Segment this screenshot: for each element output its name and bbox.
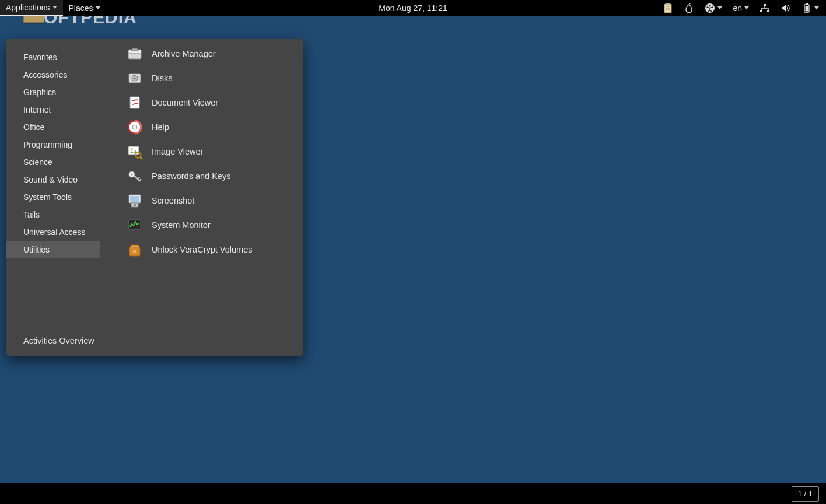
svg-rect-7 (764, 4, 766, 6)
desktop[interactable]: SOFTPEDIA FavoritesAccessoriesGraphicsIn… (0, 16, 826, 483)
chevron-down-icon (52, 6, 57, 9)
category-item-science[interactable]: Science (6, 153, 100, 171)
clipboard-tray-item[interactable] (663, 3, 673, 13)
app-item-label: Screenshot (152, 196, 194, 205)
screenshot-icon (126, 192, 144, 209)
svg-rect-9 (767, 10, 769, 12)
svg-rect-18 (130, 97, 139, 108)
volume-icon (780, 3, 791, 13)
category-item-utilities[interactable]: Utilities (6, 241, 100, 258)
svg-line-24 (140, 157, 142, 159)
archive-icon (126, 45, 144, 62)
svg-point-20 (132, 125, 137, 130)
svg-rect-32 (133, 250, 136, 253)
chevron-down-icon (744, 6, 749, 9)
battery-icon (802, 3, 812, 13)
applications-dropdown-body: FavoritesAccessoriesGraphicsInternetOffi… (6, 39, 303, 329)
app-item-label: Unlock VeraCrypt Volumes (152, 245, 252, 254)
activities-overview-item[interactable]: Activities Overview (23, 336, 303, 345)
accessibility-tray-item[interactable] (705, 3, 722, 13)
category-item-favorites[interactable]: Favorites (6, 48, 100, 66)
app-item-passwords-and-keys[interactable]: Passwords and Keys (100, 164, 303, 188)
category-item-graphics[interactable]: Graphics (6, 83, 100, 101)
svg-rect-28 (130, 196, 139, 202)
places-menu-label: Places (69, 4, 93, 13)
app-item-image-viewer[interactable]: Image Viewer (100, 139, 303, 164)
sysmon-icon (126, 216, 144, 234)
bottom-panel: 1 / 1 (0, 483, 826, 504)
accessibility-icon (705, 3, 715, 13)
network-icon (760, 3, 770, 13)
app-item-label: Document Viewer (152, 98, 218, 107)
category-item-programming[interactable]: Programming (6, 136, 100, 153)
docview-icon (126, 94, 144, 111)
applications-menu-button[interactable]: Applications (0, 0, 63, 16)
chevron-down-icon (814, 6, 819, 9)
workspace-indicator[interactable]: 1 / 1 (792, 486, 819, 502)
disks-icon (126, 69, 144, 87)
applications-dropdown-footer: Activities Overview (6, 329, 303, 350)
app-item-unlock-veracrypt-volumes[interactable]: Unlock VeraCrypt Volumes (100, 237, 303, 262)
applications-menu-label: Applications (6, 3, 50, 12)
svg-rect-31 (129, 220, 141, 229)
help-icon (126, 118, 144, 136)
app-item-help[interactable]: Help (100, 115, 303, 139)
svg-point-30 (134, 204, 136, 206)
app-item-label: Passwords and Keys (152, 172, 230, 181)
veracrypt-icon (126, 241, 144, 258)
app-item-label: Image Viewer (152, 147, 203, 156)
language-tray-item[interactable]: en (733, 4, 749, 13)
svg-rect-8 (760, 10, 762, 12)
app-item-label: Help (152, 123, 169, 132)
app-item-disks[interactable]: Disks (100, 66, 303, 90)
svg-point-17 (134, 78, 136, 79)
onion-tray-item[interactable] (684, 3, 694, 13)
clipboard-icon (663, 3, 673, 13)
category-item-internet[interactable]: Internet (6, 101, 100, 118)
application-list: Archive ManagerDisksDocument ViewerHelpI… (100, 39, 303, 329)
category-item-office[interactable]: Office (6, 118, 100, 136)
language-indicator-label: en (733, 4, 742, 13)
category-item-universal-access[interactable]: Universal Access (6, 223, 100, 241)
svg-point-22 (131, 148, 133, 150)
imgview-icon (126, 143, 144, 160)
category-item-system-tools[interactable]: System Tools (6, 188, 100, 206)
places-menu-button[interactable]: Places (63, 0, 106, 16)
svg-point-26 (131, 173, 132, 175)
onion-icon (684, 3, 694, 13)
category-list: FavoritesAccessoriesGraphicsInternetOffi… (6, 39, 100, 329)
category-item-sound-video[interactable]: Sound & Video (6, 171, 100, 188)
app-item-label: Archive Manager (152, 49, 216, 58)
system-tray: en (663, 0, 826, 16)
clock[interactable]: Mon Aug 27, 11:21 (379, 4, 447, 13)
svg-rect-1 (666, 3, 670, 5)
svg-rect-12 (806, 6, 808, 12)
svg-point-6 (709, 5, 711, 6)
chevron-down-icon (96, 6, 100, 9)
app-item-label: System Monitor (152, 220, 211, 230)
category-item-tails[interactable]: Tails (6, 206, 100, 223)
app-item-document-viewer[interactable]: Document Viewer (100, 90, 303, 115)
applications-dropdown: FavoritesAccessoriesGraphicsInternetOffi… (6, 39, 303, 356)
network-tray-item[interactable] (760, 3, 770, 13)
app-item-screenshot[interactable]: Screenshot (100, 188, 303, 213)
topbar-left: Applications Places (0, 0, 106, 16)
app-item-label: Disks (152, 74, 172, 83)
app-item-system-monitor[interactable]: System Monitor (100, 213, 303, 237)
svg-rect-11 (806, 4, 808, 5)
app-item-archive-manager[interactable]: Archive Manager (100, 41, 303, 66)
chevron-down-icon (718, 6, 722, 9)
volume-tray-item[interactable] (780, 3, 791, 13)
top-panel: Applications Places Mon Aug 27, 11:21 en (0, 0, 826, 16)
battery-tray-item[interactable] (802, 3, 819, 13)
category-item-accessories[interactable]: Accessories (6, 66, 100, 83)
keys-icon (126, 167, 144, 185)
